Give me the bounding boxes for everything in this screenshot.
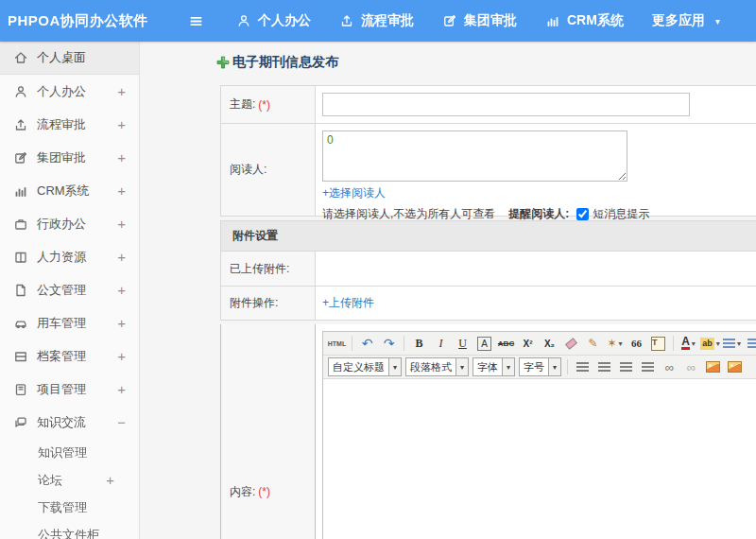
expand-icon[interactable]: +	[117, 183, 126, 199]
content-row: 内容: (*) HTML↶↷BIUAABCX²X₂✎✶▾66TA▾ab▾▾ 自定…	[220, 324, 756, 539]
sidebar-item-group-approval[interactable]: 集团审批+	[0, 141, 139, 174]
expand-icon[interactable]: +	[117, 381, 126, 397]
person-icon	[236, 13, 251, 28]
main-content: 电子期刊信息发布 主题: (*) 阅读人: 0 +选择阅读人 请选择阅读人,不选…	[141, 42, 756, 539]
sidebar-item-label: 个人办公	[37, 83, 86, 100]
sidebar-item-admin-office[interactable]: 行政办公+	[0, 207, 139, 240]
sidebar-item-personal-desktop[interactable]: 个人桌面	[0, 42, 139, 75]
ordered-list-icon-glyph	[723, 339, 735, 348]
expand-icon[interactable]: +	[117, 282, 126, 298]
highlight-color-icon[interactable]: ab▾	[700, 334, 720, 354]
unlink-icon[interactable]: ∞	[681, 357, 701, 377]
chevron-down-icon: ▾	[716, 339, 720, 348]
nav-group-approval[interactable]: 集团审批	[442, 12, 517, 29]
expand-icon[interactable]: +	[117, 149, 126, 165]
highlight-color-icon-glyph: ab	[700, 338, 714, 350]
editor-content-area[interactable]	[323, 379, 756, 539]
nav-crm-system[interactable]: CRM系统	[545, 12, 624, 29]
image-icon[interactable]	[703, 357, 723, 377]
expand-icon[interactable]: +	[117, 348, 126, 364]
media-icon[interactable]	[725, 357, 745, 377]
upload-attachment-link[interactable]: +上传附件	[322, 295, 374, 311]
sms-notify-label: 短消息提示	[593, 206, 649, 222]
toolbar-separator	[352, 336, 352, 351]
readers-textarea[interactable]: 0	[322, 130, 627, 182]
align-center-icon[interactable]	[594, 357, 614, 377]
blockquote-icon[interactable]: 66	[627, 334, 646, 354]
nav-more-apps[interactable]: 更多应用▾	[652, 12, 720, 29]
expand-icon[interactable]: +	[117, 249, 126, 265]
italic-icon-glyph: I	[439, 337, 443, 351]
font-size-select[interactable]: 字号▾	[519, 357, 561, 376]
align-left-icon-glyph	[576, 362, 589, 372]
subscript-icon[interactable]: X₂	[540, 334, 559, 354]
font-color-icon-glyph: A	[681, 337, 690, 350]
sidebar-item-download-mgmt[interactable]: 下载管理	[0, 494, 139, 521]
nav-workflow-approval[interactable]: 流程审批	[339, 12, 414, 29]
workflow-icon	[13, 117, 28, 132]
book-icon	[13, 250, 28, 265]
strikethrough-icon[interactable]: ABC	[496, 334, 516, 354]
remove-format-icon-glyph	[565, 338, 577, 349]
underline-icon-glyph: U	[458, 337, 467, 351]
align-right-icon[interactable]	[616, 357, 636, 377]
sidebar-item-project-mgmt[interactable]: 项目管理+	[0, 373, 139, 406]
expand-icon[interactable]: +	[117, 216, 126, 232]
select-readers-link[interactable]: +选择阅读人	[322, 185, 386, 201]
quick-format-icon-glyph: ✶	[607, 337, 616, 350]
heading-select[interactable]: 自定义标题▾	[328, 357, 402, 376]
source-code-button[interactable]: HTML	[327, 334, 347, 354]
sidebar-item-archive-mgmt[interactable]: 档案管理+	[0, 339, 139, 373]
app-logo[interactable]: PHPOA协同办公软件	[0, 12, 185, 30]
bold-icon[interactable]: B	[409, 334, 429, 354]
font-color-icon[interactable]: A▾	[679, 334, 698, 354]
sms-notify-checkbox[interactable]	[576, 208, 589, 220]
subject-input[interactable]	[322, 93, 690, 116]
sidebar-item-knowledge-mgmt[interactable]: 知识管理	[0, 439, 139, 466]
undo-icon[interactable]: ↶	[357, 334, 377, 354]
font-style-icon[interactable]: A	[474, 334, 494, 354]
paste-text-icon[interactable]: T	[648, 334, 668, 354]
sidebar-item-crm-system[interactable]: CRM系统+	[0, 174, 139, 207]
font-family-select[interactable]: 字体▾	[472, 357, 515, 376]
expand-icon[interactable]: +	[117, 116, 126, 132]
remove-format-icon[interactable]	[561, 334, 581, 354]
underline-icon[interactable]: U	[453, 334, 472, 354]
format-brush-icon[interactable]: ✎	[583, 334, 603, 354]
sidebar-item-knowledge-exchange[interactable]: 知识交流−	[0, 406, 139, 439]
nav-personal-office[interactable]: 个人办公	[236, 12, 311, 29]
quick-format-icon[interactable]: ✶▾	[605, 334, 625, 354]
sidebar-item-hr[interactable]: 人力资源+	[0, 240, 139, 273]
subscript-icon-glyph: X₂	[544, 339, 555, 349]
menu-toggle-icon[interactable]	[185, 10, 206, 31]
chevron-down-icon: ▾	[502, 358, 514, 375]
sidebar-item-label: 个人桌面	[37, 49, 86, 66]
superscript-icon[interactable]: X²	[518, 334, 538, 354]
sidebar-item-document-mgmt[interactable]: 公文管理+	[0, 273, 139, 306]
chevron-down-icon: ▾	[388, 358, 401, 375]
workflow-icon	[339, 13, 354, 28]
redo-icon[interactable]: ↷	[379, 334, 399, 354]
expand-icon[interactable]: +	[106, 472, 114, 488]
paragraph-select[interactable]: 段落格式▾	[405, 357, 469, 376]
collapse-icon[interactable]: −	[117, 414, 126, 430]
align-left-icon[interactable]	[573, 357, 593, 377]
sidebar-item-public-file-cabinet[interactable]: 公共文件柜	[0, 521, 139, 539]
sidebar-item-workflow-approval[interactable]: 流程审批+	[0, 108, 139, 141]
source-code-button-glyph: HTML	[328, 340, 346, 347]
editor-toolbar-row-1: HTML↶↷BIUAABCX²X₂✎✶▾66TA▾ab▾▾	[323, 332, 756, 356]
align-justify-icon[interactable]	[638, 357, 658, 377]
sidebar-item-vehicle-mgmt[interactable]: 用车管理+	[0, 306, 139, 339]
expand-icon[interactable]: +	[117, 315, 126, 331]
expand-icon[interactable]: +	[117, 83, 126, 99]
sidebar-item-label: 用车管理	[37, 315, 86, 332]
unordered-list-icon[interactable]	[744, 334, 756, 354]
strikethrough-icon-glyph: ABC	[498, 339, 514, 348]
ordered-list-icon[interactable]: ▾	[722, 334, 742, 354]
italic-icon[interactable]: I	[431, 334, 451, 354]
sidebar-item-personal-office[interactable]: 个人办公+	[0, 75, 139, 108]
link-icon[interactable]: ∞	[660, 357, 679, 377]
sidebar-item-forum[interactable]: 论坛+	[0, 466, 139, 494]
person-icon	[13, 84, 28, 99]
chevron-down-icon: ▾	[455, 358, 468, 375]
